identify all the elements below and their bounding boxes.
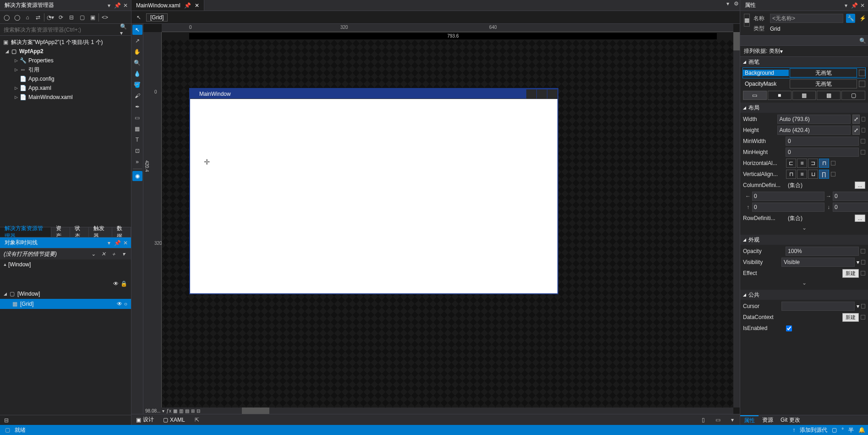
search-icon[interactable]: 🔍 xyxy=(859,38,866,44)
expand-icon[interactable]: ▷ xyxy=(13,58,19,63)
tab-solution-explorer[interactable]: 解决方案资源管理器 xyxy=(0,227,51,237)
direct-select-tool-icon[interactable]: ↗ xyxy=(132,36,142,46)
close-icon[interactable]: ✕ xyxy=(859,2,866,9)
halign-stretch-button[interactable]: ⊓ xyxy=(819,159,829,168)
tile-brush-tab[interactable]: ▩ xyxy=(817,91,841,100)
valign-bottom-button[interactable]: ⊔ xyxy=(808,170,818,179)
bell-icon[interactable]: 🔔 xyxy=(858,427,865,433)
split-v-icon[interactable]: ▭ xyxy=(713,415,722,424)
margin-top-input[interactable] xyxy=(752,203,824,212)
coldef-edit-button[interactable]: ... xyxy=(855,182,865,189)
breadcrumb-item[interactable]: [Grid] xyxy=(146,13,168,22)
close-icon[interactable]: ✕ xyxy=(122,239,129,247)
element-name-input[interactable] xyxy=(770,14,843,23)
appxaml-node[interactable]: ▷ 📄 App.xaml xyxy=(0,83,131,93)
dropdown-icon[interactable]: ▾ xyxy=(842,2,850,9)
grid-tree-node[interactable]: ▦ [Grid] 👁 ○ xyxy=(0,299,131,309)
property-marker[interactable] xyxy=(861,139,865,143)
width-input[interactable] xyxy=(777,115,851,124)
switch-view-icon[interactable]: ⇄ xyxy=(33,13,43,22)
expand-icon[interactable]: ▷ xyxy=(13,86,19,90)
property-marker[interactable] xyxy=(861,304,865,308)
property-marker[interactable] xyxy=(862,117,865,121)
design-canvas[interactable]: MainWindow ✛ xyxy=(162,40,733,407)
category-brush[interactable]: ◢画笔 xyxy=(740,57,868,67)
search-icon[interactable]: 🔍▾ xyxy=(120,25,129,34)
add-storyboard-icon[interactable]: ＋ xyxy=(110,250,117,258)
close-icon[interactable]: ✕ xyxy=(122,2,129,9)
expand-icon[interactable]: ▷ xyxy=(13,95,19,99)
wrench-icon[interactable]: 🔧 xyxy=(846,14,855,23)
property-marker[interactable] xyxy=(862,128,865,132)
popout-icon[interactable]: ⇱ xyxy=(192,415,202,424)
close-storyboard-icon[interactable]: ✕ xyxy=(100,250,107,258)
fx-icon[interactable]: ƒx xyxy=(166,408,171,413)
snap-grid-icon[interactable]: ▤ xyxy=(185,408,189,413)
opacitymask-brush-row[interactable]: OpacityMask 无画笔 xyxy=(743,79,865,89)
sync-icon[interactable]: ⟳ xyxy=(56,13,66,22)
margin-left-input[interactable] xyxy=(752,192,824,201)
eye-icon[interactable]: 👁 xyxy=(117,301,122,307)
expand-appearance-icon[interactable]: ⌄ xyxy=(743,279,865,287)
vertical-scrollbar[interactable] xyxy=(733,32,740,407)
pending-icon[interactable]: ◔▾ xyxy=(46,13,55,22)
grid-snap-icon[interactable]: ▦ xyxy=(173,408,177,413)
category-layout[interactable]: ◢布局 xyxy=(740,103,868,113)
solution-search-input[interactable] xyxy=(2,27,120,33)
scope-up-row[interactable]: ▲ [Window] xyxy=(0,259,131,270)
paint-bucket-tool-icon[interactable]: 🪣 xyxy=(132,80,142,90)
mainwindow-node[interactable]: ▷ 📄 MainWindow.xaml xyxy=(0,93,131,102)
lock-icon[interactable]: 🔒 xyxy=(120,281,127,287)
halign-left-button[interactable]: ⊏ xyxy=(786,159,796,168)
halign-right-button[interactable]: ⊐ xyxy=(808,159,818,168)
expand-icon[interactable]: ◢ xyxy=(4,49,10,54)
forward-icon[interactable]: ◯ xyxy=(12,13,22,22)
repo-icon[interactable]: ▢ xyxy=(832,427,837,433)
pin-tab-icon[interactable]: 📌 xyxy=(184,2,191,9)
design-view-tab[interactable]: ▣ 设计 xyxy=(134,416,156,424)
solid-brush-tab[interactable]: ■ xyxy=(768,91,792,100)
property-marker[interactable] xyxy=(859,81,865,87)
expand-icon[interactable]: ◢ xyxy=(2,292,8,296)
brush-tool-icon[interactable]: 🖌 xyxy=(132,91,142,101)
more-tools-icon[interactable]: » xyxy=(132,157,142,167)
appconfig-node[interactable]: 📄 App.config xyxy=(0,74,131,83)
chevron-down-icon[interactable]: ▾ xyxy=(857,259,859,265)
notification-count[interactable]: ° xyxy=(841,427,844,433)
tab-dropdown-icon[interactable]: ▾ xyxy=(724,0,732,7)
effect-new-button[interactable]: 新建 xyxy=(842,269,859,278)
storyboard-options-icon[interactable]: ▾ xyxy=(120,250,127,258)
background-brush-row[interactable]: Background 无画笔 xyxy=(743,68,865,78)
minheight-input[interactable] xyxy=(786,148,859,157)
chevron-down-icon[interactable]: ▾ xyxy=(857,303,859,309)
datacontext-new-button[interactable]: 新建 xyxy=(842,313,859,322)
property-marker[interactable] xyxy=(861,260,865,264)
property-marker[interactable] xyxy=(861,271,865,275)
margin-right-input[interactable] xyxy=(833,192,868,201)
property-marker[interactable] xyxy=(831,161,835,165)
property-marker[interactable] xyxy=(831,172,835,176)
lock-icon[interactable]: ⊞ xyxy=(191,408,195,413)
chevron-down-icon[interactable]: ⌄ xyxy=(90,250,97,258)
horizontal-scrollbar[interactable] xyxy=(242,407,733,414)
category-common[interactable]: ◢公共 xyxy=(740,290,868,300)
properties-sort[interactable]: 排列依据: 类别 ▾ xyxy=(740,46,868,57)
split-h-icon[interactable]: ▯ xyxy=(699,415,708,424)
add-to-source-button[interactable]: 添加到源代 xyxy=(800,426,827,434)
property-marker[interactable] xyxy=(861,249,865,253)
document-tab[interactable]: MainWindow.xaml 📌 ✕ xyxy=(131,0,204,11)
property-marker[interactable] xyxy=(861,150,865,154)
auto-size-icon[interactable]: ⤢ xyxy=(852,115,860,124)
collapse-pane-icon[interactable]: ▾ xyxy=(728,415,737,424)
visibility-select[interactable] xyxy=(781,258,855,267)
pen-tool-icon[interactable]: ✒ xyxy=(132,102,142,112)
references-node[interactable]: ▷ ▫▫ 引用 xyxy=(0,65,131,74)
gradient-brush-tab[interactable]: ▦ xyxy=(792,91,816,100)
pin-icon[interactable]: 📌 xyxy=(851,2,858,9)
uparrow-icon[interactable]: ↑ xyxy=(792,427,795,433)
select-tool-icon[interactable]: ↖ xyxy=(132,25,142,35)
snap-lines-icon[interactable]: ▥ xyxy=(179,408,183,413)
tab-properties[interactable]: 属性 xyxy=(740,415,759,425)
zoom-value[interactable]: 98.08... xyxy=(145,408,160,413)
property-marker[interactable] xyxy=(859,70,865,76)
